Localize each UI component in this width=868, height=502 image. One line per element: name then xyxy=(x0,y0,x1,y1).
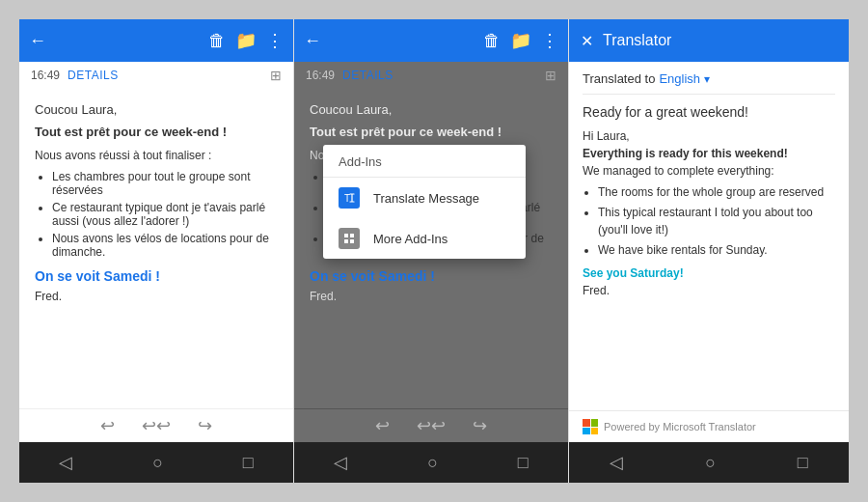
list-item: Nous avons les vélos de locations pour d… xyxy=(52,232,278,259)
more-icon-middle[interactable]: ⋮ xyxy=(541,30,558,51)
body-intro-left: Nous avons réussi à tout finaliser : xyxy=(35,149,278,162)
back-nav-middle[interactable]: ◁ xyxy=(334,452,347,473)
recent-nav-right[interactable]: □ xyxy=(798,453,808,473)
email-panel-middle: ← 🗑 📁 ⋮ 16:49 DETAILS ⊞ Coucou Laura, To… xyxy=(294,19,569,483)
action-bar-left: ↩ ↩↩ ↪ xyxy=(19,408,293,442)
translated-to-prefix: Translated to xyxy=(583,71,655,86)
greeting-middle: Coucou Laura, xyxy=(310,102,553,117)
translator-panel: ✕ Translator Translated to English ▾ Rea… xyxy=(569,19,849,483)
subject-left: Tout est prêt pour ce week-end ! xyxy=(35,125,278,139)
top-bar-left: ← 🗑 📁 ⋮ xyxy=(19,19,293,62)
top-bar-middle: ← 🗑 📁 ⋮ xyxy=(294,19,568,62)
translated-body: Hi Laura, Everything is ready for this w… xyxy=(583,127,835,299)
translate-icon: T xyxy=(339,187,360,209)
grid-icon-middle[interactable]: ⊞ xyxy=(545,68,556,83)
svg-rect-4 xyxy=(350,239,354,243)
language-chevron-icon[interactable]: ▾ xyxy=(704,72,710,86)
subject-middle: Tout est prêt pour ce week-end ! xyxy=(310,125,553,139)
cta-left: On se voit Samedi ! xyxy=(35,268,278,284)
reply-icon-middle[interactable]: ↩ xyxy=(375,415,390,436)
delete-icon[interactable]: 🗑 xyxy=(208,31,226,51)
translate-message-label: Translate Message xyxy=(373,191,479,206)
back-nav-left[interactable]: ◁ xyxy=(59,452,72,473)
translated-greeting: Hi Laura, xyxy=(583,127,835,145)
translated-cta: See you Saturday! xyxy=(583,265,835,282)
cta-middle: On se voit Samedi ! xyxy=(310,268,553,284)
svg-rect-2 xyxy=(350,234,354,237)
list-item: We have bike rentals for Sunday. xyxy=(598,241,835,259)
timestamp-left: 16:49 xyxy=(31,69,60,82)
svg-rect-1 xyxy=(344,234,348,237)
home-nav-right[interactable]: ○ xyxy=(705,453,716,473)
bottom-nav-left: ◁ ○ □ xyxy=(19,442,293,483)
top-bar-actions-left: 🗑 📁 ⋮ xyxy=(208,30,284,51)
forward-icon-left[interactable]: ↪ xyxy=(198,415,212,436)
top-bar-actions-middle: 🗑 📁 ⋮ xyxy=(483,30,558,51)
translated-list: The rooms for the whole group are reserv… xyxy=(583,183,835,259)
bottom-nav-right: ◁ ○ □ xyxy=(569,442,849,483)
reply-icon-left[interactable]: ↩ xyxy=(100,415,115,436)
translated-sig: Fred. xyxy=(583,282,835,299)
translated-body-intro: We managed to complete everything: xyxy=(583,162,835,180)
reply-all-icon-left[interactable]: ↩↩ xyxy=(142,415,171,436)
translator-body: Translated to English ▾ Ready for a grea… xyxy=(569,62,849,410)
back-icon[interactable]: ← xyxy=(29,31,46,51)
close-icon[interactable]: ✕ xyxy=(581,32,593,50)
reply-all-icon-middle[interactable]: ↩↩ xyxy=(417,415,446,436)
list-item: The rooms for the whole group are reserv… xyxy=(598,183,835,201)
more-addins-item[interactable]: More Add-Ins xyxy=(323,218,526,259)
sig-middle: Fred. xyxy=(310,290,553,303)
email-list-left: Les chambres pour tout le groupe sont ré… xyxy=(35,170,278,259)
action-bar-middle: ↩ ↩↩ ↪ xyxy=(294,408,568,442)
bottom-nav-middle: ◁ ○ □ xyxy=(294,442,568,483)
translator-topbar: ✕ Translator xyxy=(569,19,849,62)
back-nav-right[interactable]: ◁ xyxy=(610,452,623,473)
translated-body-bold: Everything is ready for this weekend! xyxy=(583,145,835,162)
more-icon[interactable]: ⋮ xyxy=(266,30,284,51)
archive-icon[interactable]: 📁 xyxy=(235,30,257,51)
translator-footer: Powered by Microsoft Translator xyxy=(569,410,849,442)
menu-header: Add-Ins xyxy=(323,145,526,178)
svg-text:T: T xyxy=(344,193,350,204)
microsoft-logo-icon xyxy=(583,419,598,434)
email-content-left: Coucou Laura, Tout est prêt pour ce week… xyxy=(19,89,293,408)
details-link-left[interactable]: DETAILS xyxy=(68,69,119,82)
translated-to-bar: Translated to English ▾ xyxy=(583,71,835,95)
translator-title: Translator xyxy=(603,32,671,49)
svg-rect-3 xyxy=(344,239,348,243)
home-nav-left[interactable]: ○ xyxy=(152,453,163,473)
recent-nav-left[interactable]: □ xyxy=(243,453,254,473)
archive-icon-middle[interactable]: 📁 xyxy=(510,30,531,51)
more-addins-icon xyxy=(339,228,360,249)
context-menu: Add-Ins T Translate Message xyxy=(323,145,526,259)
recent-nav-middle[interactable]: □ xyxy=(518,453,529,473)
translated-language[interactable]: English xyxy=(659,71,700,86)
back-icon-middle[interactable]: ← xyxy=(304,31,321,51)
list-item: Les chambres pour tout le groupe sont ré… xyxy=(52,170,278,197)
more-addins-label: More Add-Ins xyxy=(373,232,448,246)
timestamp-bar-left: 16:49 DETAILS ⊞ xyxy=(19,62,293,89)
timestamp-bar-middle: 16:49 DETAILS ⊞ xyxy=(294,62,568,89)
sig-left: Fred. xyxy=(35,290,278,303)
greeting-left: Coucou Laura, xyxy=(35,102,278,117)
list-item: Ce restaurant typique dont je t'avais pa… xyxy=(52,201,278,228)
forward-icon-middle[interactable]: ↪ xyxy=(473,415,487,436)
translated-subject: Ready for a great weekend! xyxy=(583,104,835,120)
grid-icon-left[interactable]: ⊞ xyxy=(270,68,282,83)
translate-message-item[interactable]: T Translate Message xyxy=(323,178,526,218)
list-item: This typical restaurant I told you about… xyxy=(598,204,835,238)
powered-by-text: Powered by Microsoft Translator xyxy=(604,421,756,432)
details-link-middle[interactable]: DETAILS xyxy=(342,69,393,82)
email-panel-left: ← 🗑 📁 ⋮ 16:49 DETAILS ⊞ Coucou Laura, To… xyxy=(19,19,294,483)
delete-icon-middle[interactable]: 🗑 xyxy=(483,31,501,51)
home-nav-middle[interactable]: ○ xyxy=(427,453,438,473)
timestamp-middle: 16:49 xyxy=(306,69,335,82)
